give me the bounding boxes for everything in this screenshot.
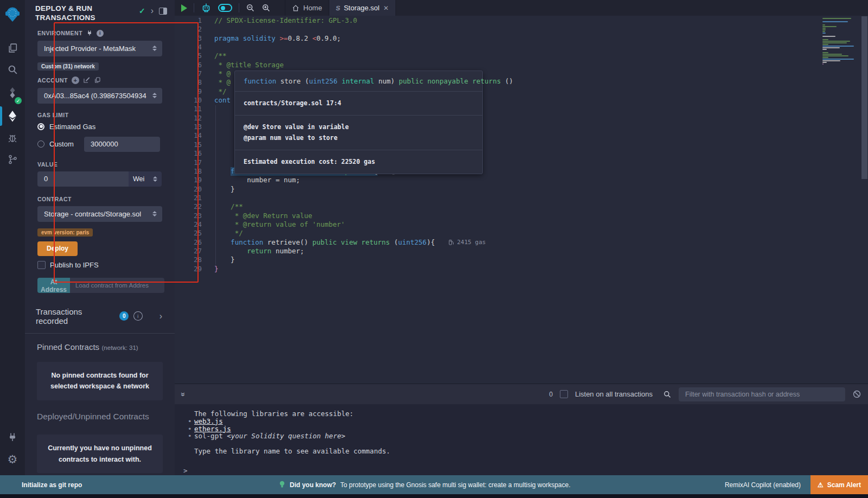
solidity-compiler-icon[interactable]: ✓ xyxy=(0,80,25,105)
compile-success-badge: ✓ xyxy=(15,97,22,104)
plug-icon xyxy=(86,30,93,36)
value-input[interactable] xyxy=(37,171,129,187)
copy-account-icon[interactable] xyxy=(94,76,101,84)
git-init-button[interactable]: Initialize as git repo xyxy=(22,481,82,489)
transaction-filter-input[interactable] xyxy=(679,387,845,401)
code-editor[interactable]: 1// SPDX-License-Identifier: GPL-3.023pr… xyxy=(175,16,868,384)
line-number: 19 xyxy=(175,176,202,184)
publish-ipfs-label: Publish to IPFS xyxy=(50,261,99,269)
unpinned-contracts-title: Deployed/Unpinned Contracts xyxy=(37,412,163,422)
minimap-stripe xyxy=(822,55,848,56)
terminal-line xyxy=(175,440,868,448)
copilot-toggle[interactable] xyxy=(218,4,232,12)
did-you-know-text: To prototype using the Gnosis safe multi… xyxy=(340,481,570,489)
line-number: 26 xyxy=(175,238,202,247)
minimap-stripe xyxy=(822,31,825,32)
minimap[interactable] xyxy=(822,18,855,65)
solidity-file-icon: S xyxy=(335,4,341,12)
contract-select[interactable]: Storage - contracts/Storage.sol xyxy=(37,206,162,222)
panel-title: DEPLOY & RUN TRANSACTIONS xyxy=(35,4,117,23)
settings-gear-icon[interactable]: ⚙ xyxy=(0,448,25,470)
terminal-prompt[interactable]: > xyxy=(175,467,868,475)
minimap-stripe xyxy=(822,18,851,19)
deploy-run-panel: DEPLOY & RUN TRANSACTIONS ✓ › ENVIRONMEN… xyxy=(25,0,175,475)
deploy-button[interactable]: Deploy xyxy=(37,241,78,256)
value-unit-select[interactable]: Wei xyxy=(129,171,162,187)
tooltip-location: contracts/Storage.sol 17:4 xyxy=(244,98,474,109)
code-line: 22 /** xyxy=(175,202,868,211)
deploy-run-icon[interactable] xyxy=(0,105,25,127)
git-icon[interactable] xyxy=(0,149,25,170)
code-line: 24 * @return value of 'number' xyxy=(175,220,868,229)
custom-gas-input[interactable] xyxy=(84,137,160,152)
custom-gas-label: Custom xyxy=(49,140,79,148)
environment-select[interactable]: Injected Provider - MetaMask xyxy=(37,41,162,56)
terminal-library-link[interactable]: web3.js xyxy=(194,417,223,425)
minimap-stripe xyxy=(822,59,854,60)
main-area: Home S Storage.sol ✕ 1// SPDX-License-Id… xyxy=(175,0,868,475)
line-number: 18 xyxy=(175,167,202,176)
environment-info-icon[interactable]: i xyxy=(97,30,104,37)
at-address-button[interactable]: At Address xyxy=(37,278,70,293)
plugin-manager-icon[interactable] xyxy=(0,426,25,448)
warning-icon: ⚠ xyxy=(818,481,824,489)
estimated-gas-radio[interactable] xyxy=(37,123,44,130)
tab-home[interactable]: Home xyxy=(285,0,329,16)
edit-account-icon[interactable] xyxy=(83,76,90,84)
minimap-stripe xyxy=(822,62,827,63)
line-number: 23 xyxy=(175,212,202,220)
terminal-header: » 0 Listen on all transactions xyxy=(175,384,868,404)
copilot-status[interactable]: RemixAI Copilot (enabled) xyxy=(725,481,801,489)
code-line: 5/** xyxy=(175,52,868,60)
transactions-expand-icon[interactable]: › xyxy=(159,312,162,321)
search-icon[interactable] xyxy=(0,59,25,80)
custom-gas-radio[interactable] xyxy=(37,141,44,148)
remixai-robot-icon[interactable] xyxy=(201,3,212,14)
minimap-stripe xyxy=(822,47,840,48)
at-address-input[interactable] xyxy=(70,278,164,293)
debugger-icon[interactable] xyxy=(0,127,25,149)
tab-storage-sol[interactable]: S Storage.sol ✕ xyxy=(329,0,396,16)
listen-all-checkbox[interactable] xyxy=(560,390,568,398)
terminal-library-link[interactable]: ethers.js xyxy=(194,425,231,433)
line-number: 9 xyxy=(175,87,202,96)
environment-label: ENVIRONMENT xyxy=(37,30,82,36)
code-line: 27 return number; xyxy=(175,247,868,256)
transactions-info-icon[interactable]: i xyxy=(133,311,143,321)
terminal-output[interactable]: The following libraries are accessible:•… xyxy=(175,404,868,481)
zoom-out-icon[interactable] xyxy=(246,3,255,12)
code-line: 6 * @title Storage xyxy=(175,61,868,69)
line-number: 11 xyxy=(175,105,202,113)
terminal-line: •web3.js xyxy=(175,418,868,425)
pin-panel-icon[interactable] xyxy=(159,8,167,15)
remix-ide-window: ✓ ⚙ DEPLOY xyxy=(0,0,868,498)
collapse-panel-icon[interactable]: › xyxy=(151,7,154,15)
code-line: 2 xyxy=(175,25,868,34)
collapse-terminal-icon[interactable]: » xyxy=(179,392,188,397)
minimap-stripe xyxy=(822,39,828,40)
zoom-in-icon[interactable] xyxy=(261,3,271,12)
terminal-line: •sol-gpt <your Solidity question here> xyxy=(175,432,868,440)
file-explorer-icon[interactable] xyxy=(0,37,25,59)
line-number: 1 xyxy=(175,16,202,25)
editor-scrollbar[interactable] xyxy=(861,16,867,179)
remix-logo-icon[interactable] xyxy=(0,0,25,28)
add-account-icon[interactable]: + xyxy=(72,76,79,84)
close-tab-icon[interactable]: ✕ xyxy=(383,4,388,12)
scam-alert-button[interactable]: ⚠ Scam Alert xyxy=(810,475,868,494)
minimap-stripe xyxy=(822,46,854,47)
line-number: 24 xyxy=(175,220,202,229)
line-number: 3 xyxy=(175,34,202,43)
activity-bar: ✓ ⚙ xyxy=(0,0,25,475)
transactions-recorded-label: Transactions recorded xyxy=(36,307,114,325)
run-script-icon[interactable] xyxy=(181,4,187,12)
tooltip-dev-doc: @dev Store value in variable xyxy=(244,122,474,133)
minimap-stripe xyxy=(822,28,826,29)
terminal-search-icon[interactable] xyxy=(663,390,672,399)
line-number: 27 xyxy=(175,247,202,256)
code-line: 19 number = num; xyxy=(175,176,868,184)
clear-console-icon[interactable] xyxy=(852,390,861,399)
account-select[interactable]: 0xA03...85ac4 (0.398673504934 xyxy=(37,88,162,104)
code-line: 21 xyxy=(175,194,868,202)
publish-ipfs-checkbox[interactable] xyxy=(37,261,46,269)
